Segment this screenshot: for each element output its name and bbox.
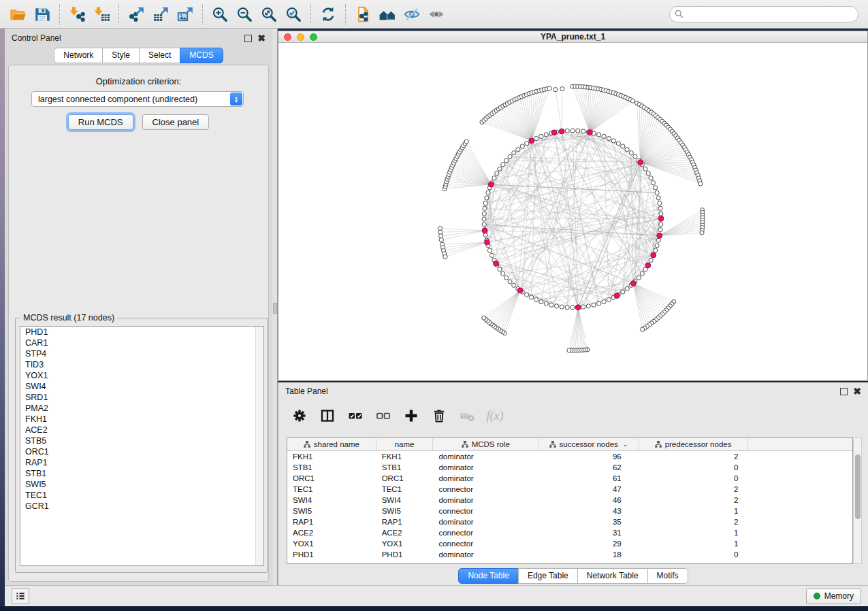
close-panel-icon[interactable]: ✖ xyxy=(257,35,266,42)
column-header-empty xyxy=(748,438,852,450)
table-settings-button[interactable] xyxy=(289,406,310,426)
mcds-result-item[interactable]: PHD1 xyxy=(20,327,263,337)
apply-preferred-layout-button[interactable] xyxy=(316,3,340,26)
delete-columns-icon xyxy=(431,408,447,424)
toolbar-separator xyxy=(310,4,311,24)
sort-descending-icon[interactable]: ⌄ xyxy=(623,441,628,448)
table-row[interactable]: YOX1YOX1connector291 xyxy=(287,538,852,549)
float-panel-icon[interactable] xyxy=(244,35,252,42)
tab-select[interactable]: Select xyxy=(139,48,180,63)
cell-MCDS-role: dominator xyxy=(433,496,539,504)
zoom-out-button[interactable] xyxy=(232,3,257,26)
cell-successor-nodes: 96 xyxy=(539,452,639,461)
tab-edge-table[interactable]: Edge Table xyxy=(518,568,578,584)
zoom-fit-button[interactable] xyxy=(257,3,281,26)
mcds-result-item[interactable]: RAP1 xyxy=(20,457,263,468)
table-row[interactable]: ORC1ORC1dominator610 xyxy=(287,473,852,484)
table-row[interactable]: SWI4SWI4dominator462 xyxy=(287,495,852,506)
float-table-panel-icon[interactable] xyxy=(840,388,848,395)
zoom-in-button[interactable] xyxy=(208,3,232,26)
mcds-result-item[interactable]: ORC1 xyxy=(20,446,263,457)
memory-button-label: Memory xyxy=(824,591,854,601)
table-row[interactable]: ACE2ACE2connector311 xyxy=(287,527,852,538)
mcds-result-item[interactable]: YOX1 xyxy=(20,370,263,381)
tab-network-table[interactable]: Network Table xyxy=(577,568,648,584)
column-header-predecessor-nodes[interactable]: predecessor nodes xyxy=(639,438,748,450)
select-all-rows-button[interactable] xyxy=(345,406,366,426)
import-network-button[interactable] xyxy=(65,3,89,26)
deselect-all-rows-button[interactable] xyxy=(373,406,393,426)
control-panel-tabs: NetworkStyleSelectMCDS xyxy=(5,48,272,63)
export-image-button[interactable] xyxy=(173,3,197,26)
show-panels-button[interactable] xyxy=(12,588,29,604)
search-field-wrap xyxy=(669,6,858,22)
column-header-name[interactable]: name xyxy=(376,438,434,450)
export-network-button[interactable] xyxy=(124,3,148,26)
table-row[interactable]: STB1STB1dominator620 xyxy=(287,462,852,473)
table-row[interactable]: RAP1RAP1dominator352 xyxy=(287,516,852,527)
window-minimize-icon[interactable] xyxy=(297,33,304,41)
mcds-result-item[interactable]: TID3 xyxy=(20,359,263,370)
table-scrollbar-thumb[interactable] xyxy=(855,455,861,519)
cell-successor-nodes: 62 xyxy=(539,463,639,472)
mcds-result-list[interactable]: PHD1CAR1STP4TID3YOX1SWI4SRD1PMA2FKH1ACE2… xyxy=(20,326,264,566)
close-panel-button[interactable]: Close panel xyxy=(142,114,210,130)
tab-network[interactable]: Network xyxy=(54,48,103,63)
network-graph[interactable] xyxy=(278,43,868,380)
delete-columns-button[interactable] xyxy=(429,406,449,426)
mcds-result-item[interactable]: STB1 xyxy=(20,468,263,479)
column-preferences-button[interactable] xyxy=(317,406,338,426)
memory-button[interactable]: Memory xyxy=(806,589,861,604)
cell-shared-name: PHD1 xyxy=(287,550,376,559)
save-session-button[interactable] xyxy=(30,3,54,26)
tab-node-table[interactable]: Node Table xyxy=(458,568,519,584)
network-window-titlebar[interactable]: YPA_prune.txt_1 xyxy=(278,31,867,43)
window-maximize-icon[interactable] xyxy=(310,33,317,41)
mcds-result-item[interactable]: SRD1 xyxy=(20,392,263,403)
mcds-result-item[interactable]: SWI5 xyxy=(20,479,263,490)
column-header-MCDS-role[interactable]: MCDS role xyxy=(433,438,539,450)
mcds-list-scrollbar[interactable] xyxy=(255,327,263,565)
search-input[interactable] xyxy=(669,6,858,22)
window-close-icon[interactable] xyxy=(284,33,291,41)
table-row[interactable]: TEC1TEC1connector472 xyxy=(287,484,852,495)
tab-style[interactable]: Style xyxy=(102,48,140,63)
splitter-grip[interactable] xyxy=(273,303,277,314)
tab-mcds[interactable]: MCDS xyxy=(180,48,223,63)
new-network-from-selection-button[interactable] xyxy=(351,3,375,26)
mcds-result-item[interactable]: STB5 xyxy=(20,435,263,446)
import-table-button[interactable] xyxy=(89,3,114,26)
criterion-dropdown[interactable]: largest connected component (undirected)… xyxy=(31,91,244,107)
mcds-result-item[interactable]: SWI4 xyxy=(20,381,263,392)
first-neighbors-button[interactable] xyxy=(375,3,400,26)
mcds-result-item[interactable]: FKH1 xyxy=(20,414,263,425)
column-header-successor-nodes[interactable]: successor nodes⌄ xyxy=(539,438,639,450)
show-all-button[interactable] xyxy=(424,3,449,26)
open-session-icon xyxy=(9,5,27,23)
vertical-splitter[interactable] xyxy=(272,29,278,585)
hide-selected-button[interactable] xyxy=(400,3,424,26)
cell-name: TEC1 xyxy=(376,485,434,493)
close-table-panel-icon[interactable]: ✖ xyxy=(853,388,861,395)
mcds-result-item[interactable]: GCR1 xyxy=(20,501,263,512)
add-column-button[interactable] xyxy=(401,406,421,426)
zoom-selected-button[interactable] xyxy=(281,3,306,26)
table-row[interactable]: FKH1FKH1dominator962 xyxy=(287,451,852,462)
run-mcds-button[interactable]: Run MCDS xyxy=(68,114,133,130)
tab-motifs[interactable]: Motifs xyxy=(647,568,688,584)
open-session-button[interactable] xyxy=(5,3,30,26)
mcds-result-item[interactable]: ACE2 xyxy=(20,425,263,435)
mcds-result-item[interactable]: PMA2 xyxy=(20,403,263,414)
network-canvas[interactable] xyxy=(278,43,867,380)
column-header-shared-name[interactable]: shared name xyxy=(287,438,376,450)
mcds-result-item[interactable]: STP4 xyxy=(20,348,263,359)
network-view-window: YPA_prune.txt_1 xyxy=(278,31,868,381)
table-row[interactable]: SWI5SWI5connector431 xyxy=(287,506,852,516)
export-table-button[interactable] xyxy=(148,3,173,26)
table-row[interactable]: PHD1PHD1dominator180 xyxy=(287,549,852,560)
cell-shared-name: RAP1 xyxy=(287,518,376,526)
column-type-icon xyxy=(304,441,310,448)
table-scrollbar[interactable] xyxy=(853,437,862,564)
mcds-result-item[interactable]: TEC1 xyxy=(20,490,263,501)
mcds-result-item[interactable]: CAR1 xyxy=(20,337,263,348)
